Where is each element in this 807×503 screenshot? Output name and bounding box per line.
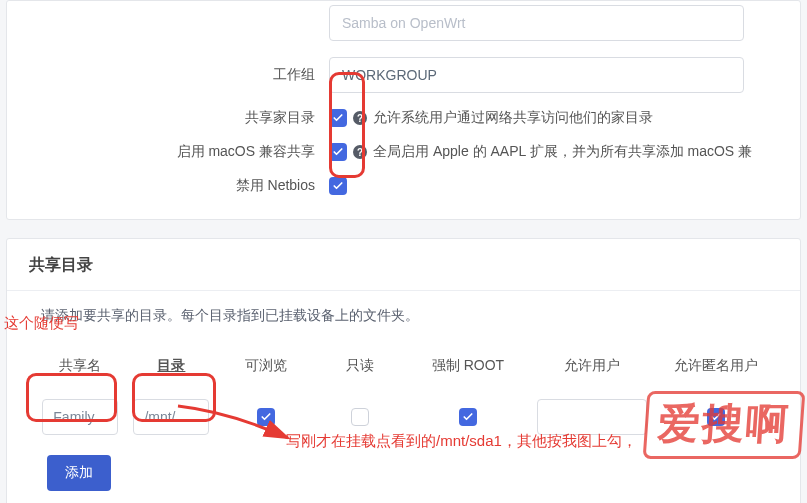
table-header-row: 共享名 目录 可浏览 只读 强制 ROOT 允许用户 允许匿名用户 — [29, 351, 778, 389]
row-macos: 启用 macOS 兼容共享 ? 全局启用 Apple 的 AAPL 扩展，并为所… — [7, 135, 800, 169]
section-desc: 请添加要共享的目录。每个目录指到已挂载设备上的文件夹。 — [29, 307, 778, 325]
cell-ro — [314, 408, 406, 426]
th-root: 强制 ROOT — [406, 357, 530, 383]
macos-desc: 全局启用 Apple 的 AAPL 扩展，并为所有共享添加 macOS 兼 — [373, 143, 752, 161]
cell-anon — [654, 408, 778, 426]
macos-label: 启用 macOS 兼容共享 — [7, 143, 329, 161]
netbios-checkbox[interactable] — [329, 177, 347, 195]
check-icon — [332, 180, 344, 192]
allow-anon-checkbox[interactable] — [707, 408, 725, 426]
th-dir: 目录 — [126, 357, 218, 383]
netbios-label: 禁用 Netbios — [7, 177, 329, 195]
section-body: 请添加要共享的目录。每个目录指到已挂载设备上的文件夹。 共享名 目录 可浏览 只… — [7, 291, 800, 503]
share-home-label: 共享家目录 — [7, 109, 329, 127]
table-row — [29, 389, 778, 445]
help-icon[interactable]: ? — [353, 145, 367, 159]
cell-browse — [217, 408, 314, 426]
th-ro: 只读 — [314, 357, 406, 383]
force-root-checkbox[interactable] — [459, 408, 477, 426]
row-workgroup: 工作组 — [7, 49, 800, 101]
check-icon — [332, 146, 344, 158]
th-anon: 允许匿名用户 — [654, 357, 778, 383]
browse-checkbox[interactable] — [257, 408, 275, 426]
check-icon — [332, 112, 344, 124]
share-name-input[interactable] — [42, 399, 118, 435]
th-share: 共享名 — [35, 357, 126, 383]
settings-card: 工作组 共享家目录 ? 允许系统用户通过网络共享访问他们的家目录 启用 macO… — [6, 0, 801, 220]
th-users: 允许用户 — [530, 357, 654, 383]
macos-checkbox[interactable] — [329, 143, 347, 161]
workgroup-label: 工作组 — [7, 66, 329, 84]
share-directories-card: 共享目录 请添加要共享的目录。每个目录指到已挂载设备上的文件夹。 共享名 目录 … — [6, 238, 801, 503]
add-button[interactable]: 添加 — [47, 455, 111, 491]
check-icon — [710, 411, 722, 423]
readonly-checkbox[interactable] — [351, 408, 369, 426]
cell-root — [406, 408, 530, 426]
row-share-home: 共享家目录 ? 允许系统用户通过网络共享访问他们的家目录 — [7, 101, 800, 135]
cell-dir — [126, 399, 218, 435]
section-title: 共享目录 — [7, 239, 800, 291]
cell-share — [35, 399, 126, 435]
check-icon — [260, 411, 272, 423]
row-top-input — [7, 5, 800, 49]
allow-users-input[interactable] — [537, 399, 647, 435]
row-netbios: 禁用 Netbios — [7, 169, 800, 203]
cell-users — [530, 399, 654, 435]
share-home-desc: 允许系统用户通过网络共享访问他们的家目录 — [373, 109, 653, 127]
check-icon — [462, 411, 474, 423]
dir-input[interactable] — [133, 399, 209, 435]
th-browse: 可浏览 — [217, 357, 314, 383]
samba-name-input[interactable] — [329, 5, 744, 41]
share-home-checkbox[interactable] — [329, 109, 347, 127]
help-icon[interactable]: ? — [353, 111, 367, 125]
workgroup-input[interactable] — [329, 57, 744, 93]
